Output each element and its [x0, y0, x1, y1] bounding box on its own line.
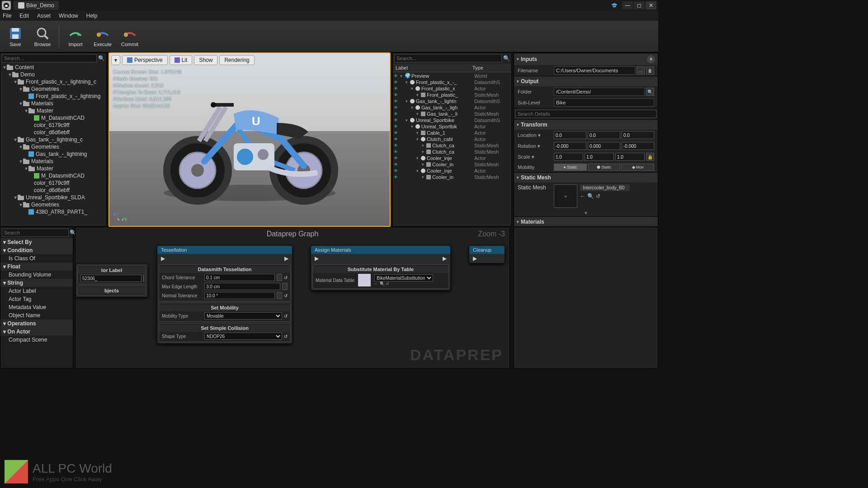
tree-node[interactable]: ▾Gas_tank_-_lightning_c: [0, 136, 106, 143]
graph-node-cleanup[interactable]: Cleanup ▶: [469, 245, 505, 263]
asset-browse-button[interactable]: 🔍: [587, 193, 594, 199]
outliner-row[interactable]: 👁▾Clutch_caStaticMesh: [393, 142, 511, 149]
palette-item[interactable]: Is Class Of: [0, 254, 73, 263]
tree-node[interactable]: color_6179c9ff: [0, 179, 106, 187]
browse-folder-button[interactable]: 🔍: [646, 88, 654, 96]
lock-scale-button[interactable]: 🔒: [646, 153, 654, 161]
folder-input[interactable]: [554, 88, 645, 96]
section-staticmesh[interactable]: ▾Static Mesh: [514, 173, 658, 183]
tree-node[interactable]: ▾Geometries: [0, 201, 106, 208]
menu-file[interactable]: File: [3, 13, 11, 19]
tree-node[interactable]: ▾Geometries: [0, 143, 106, 150]
outliner-row[interactable]: 👁▾Clutch_cablActor: [393, 136, 511, 142]
outliner-header[interactable]: Label Type: [393, 64, 511, 72]
menu-asset[interactable]: Asset: [37, 13, 51, 19]
minimize-button[interactable]: —: [622, 1, 633, 9]
palette-category[interactable]: ▾ String: [0, 279, 73, 287]
tree-node[interactable]: M_DatasmithCAD: [0, 172, 106, 179]
save-button[interactable]: Save: [3, 23, 28, 50]
tree-node[interactable]: ▾Materials: [0, 158, 106, 165]
filename-input[interactable]: [554, 66, 635, 75]
viewport-perspective-button[interactable]: Perspective: [122, 55, 168, 65]
outliner-search-input[interactable]: [394, 54, 502, 62]
palette-category[interactable]: ▾ Condition: [0, 246, 73, 254]
tree-node[interactable]: ▾Demo: [0, 71, 106, 78]
mobility-static[interactable]: ● Static: [554, 164, 587, 171]
tree-node[interactable]: ▾Materials: [0, 100, 106, 107]
search-icon[interactable]: 🔍: [98, 55, 105, 62]
outliner-row[interactable]: 👁▾Cooler_injeActor: [393, 168, 511, 174]
menu-edit[interactable]: Edit: [19, 13, 29, 19]
graph-node-tessellation[interactable]: Tessellation ▶▶ Datasmith Tessellation C…: [157, 245, 292, 344]
palette-search-input[interactable]: [2, 229, 69, 237]
staticmesh-thumbnail[interactable]: ◈: [554, 184, 577, 208]
outliner-row[interactable]: 👁▾Front_plastic_xActor: [393, 85, 511, 92]
outliner-row[interactable]: 👁▾Cooler_inStaticMesh: [393, 161, 511, 168]
outliner-row[interactable]: 👁▾Gas_tank_-_lightnDatasmithS: [393, 98, 511, 104]
palette-item[interactable]: Metadata Value: [0, 303, 73, 311]
tree-node[interactable]: Gas_tank_-_lightning: [0, 150, 106, 158]
graduation-cap-icon[interactable]: [610, 1, 618, 9]
palette-item[interactable]: Compact Scene: [0, 336, 73, 344]
delete-input-button[interactable]: 🗑: [646, 66, 654, 75]
outliner-row[interactable]: 👁▾Front_plastic_StaticMesh: [393, 92, 511, 98]
menu-help[interactable]: Help: [86, 13, 98, 19]
section-output[interactable]: ▾Output: [514, 76, 658, 86]
palette-item[interactable]: Actor Label: [0, 287, 73, 295]
outliner-row[interactable]: 👁▾Unreal_SportbikActor: [393, 123, 511, 130]
tree-node[interactable]: Front_plastic_x_-_lightning: [0, 93, 106, 100]
tree-node[interactable]: ▾Master: [0, 107, 106, 114]
viewport-menu-dropdown[interactable]: ▾: [111, 55, 120, 65]
outliner-row[interactable]: 👁▾Cooler_inStaticMesh: [393, 174, 511, 180]
viewport[interactable]: ▾ Perspective Lit Show Rendering Current…: [108, 52, 391, 227]
outliner-row[interactable]: 👁▾Front_plastic_x_-_DatasmithS: [393, 79, 511, 85]
palette-list[interactable]: ▾ Select By▾ ConditionIs Class Of▾ Float…: [0, 238, 73, 344]
tree-node[interactable]: ▾Geometries: [0, 85, 106, 93]
palette-item[interactable]: Bounding Volume: [0, 271, 73, 279]
palette-category[interactable]: ▾ Float: [0, 263, 73, 271]
tree-node[interactable]: color_d6d6ebff: [0, 187, 106, 194]
sublevel-input[interactable]: [554, 99, 654, 107]
document-tab[interactable]: Bike_Demo: [14, 1, 59, 10]
browse-file-button[interactable]: …: [637, 66, 645, 75]
tree-node[interactable]: color_6179c9ff: [0, 122, 106, 129]
graph-node-materials[interactable]: Assign Materials ▶▶ Substitute Material …: [311, 245, 451, 291]
details-search-input[interactable]: [515, 110, 656, 118]
palette-category[interactable]: ▾ Select By: [0, 238, 73, 246]
search-icon[interactable]: 🔍: [503, 55, 510, 62]
expand-staticmesh[interactable]: ▼: [514, 210, 658, 216]
commit-button[interactable]: Commit: [117, 23, 142, 50]
palette-item[interactable]: Object Name: [0, 311, 73, 319]
execute-button[interactable]: Execute: [90, 23, 115, 50]
content-search-input[interactable]: [2, 54, 97, 62]
viewport-lit-button[interactable]: Lit: [170, 55, 193, 65]
outliner-list[interactable]: 👁▾🌍PreviewWorld👁▾Front_plastic_x_-_Datas…: [393, 72, 511, 226]
mobility-stationary[interactable]: ⬢ Static: [588, 164, 621, 171]
section-materials[interactable]: ▾Materials: [514, 217, 658, 227]
tree-node[interactable]: ▾Master: [0, 165, 106, 172]
mobility-movable[interactable]: ◆ Mov: [621, 164, 654, 171]
outliner-row[interactable]: 👁▾Gas_tank_-_lighActor: [393, 104, 511, 111]
datatable-thumbnail[interactable]: [358, 274, 371, 286]
section-inputs[interactable]: ▾Inputs+: [514, 53, 658, 65]
section-transform[interactable]: ▾Transform: [514, 120, 658, 130]
outliner-row[interactable]: 👁▾Unreal_SportbikeDatasmithS: [393, 117, 511, 123]
tree-node[interactable]: color_d6d6ebff: [0, 129, 106, 136]
viewport-rendering-button[interactable]: Rendering: [219, 55, 254, 65]
menu-window[interactable]: Window: [59, 13, 78, 19]
tree-node[interactable]: ▾Unreal_Sportbike_SLDA: [0, 194, 106, 201]
outliner-row[interactable]: 👁▾Clutch_caStaticMesh: [393, 149, 511, 155]
asset-reset-button[interactable]: ↺: [596, 193, 600, 199]
graph-node-actorlabel[interactable]: tor Label bjects: [75, 263, 148, 297]
outliner-row[interactable]: 👁▾Cooler_injeActor: [393, 155, 511, 161]
palette-category[interactable]: ▾ On Actor: [0, 328, 73, 336]
maximize-button[interactable]: ◻: [634, 1, 645, 9]
tree-node[interactable]: 4380_ATR8_PART1_: [0, 208, 106, 216]
palette-category[interactable]: ▾ Operations: [0, 319, 73, 328]
content-tree[interactable]: ▾Content▾Demo▾Front_plastic_x_-_lightnin…: [0, 64, 106, 226]
outliner-row[interactable]: 👁▾Cable_1Actor: [393, 130, 511, 136]
close-button[interactable]: ✕: [646, 1, 656, 9]
tree-node[interactable]: ▾Front_plastic_x_-_lightning_c: [0, 78, 106, 85]
viewport-show-button[interactable]: Show: [194, 55, 217, 65]
import-button[interactable]: Import: [63, 23, 88, 50]
